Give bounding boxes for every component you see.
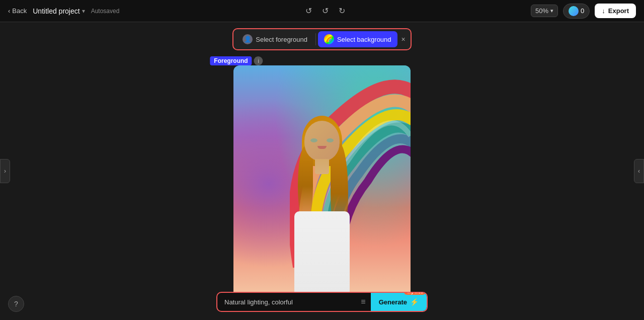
main-area: › 👤 Select foreground 🌈 Select backgroun…: [0, 22, 644, 320]
topbar-left: ‹ Back Untitled project ▾ Autosaved: [8, 7, 119, 15]
background-icon: 🌈: [324, 34, 334, 44]
prompt-bar: ≡ Try free Generate ⚡: [216, 292, 428, 312]
topbar: ‹ Back Untitled project ▾ Autosaved ↺ ↺ …: [0, 0, 644, 22]
redo-button[interactable]: ↻: [337, 4, 347, 18]
chevron-left-icon: ‹: [8, 7, 10, 15]
foreground-badge: Foreground: [210, 56, 252, 65]
back-button[interactable]: ‹ Back: [8, 7, 27, 15]
chevron-right-icon: ›: [4, 168, 6, 175]
back-label: Back: [12, 7, 27, 15]
floating-toolbar: 👤 Select foreground 🌈 Select background …: [232, 28, 412, 50]
generate-button-wrap: Try free Generate ⚡: [371, 293, 427, 311]
credits-icon: [569, 6, 579, 16]
generate-label: Generate: [379, 298, 407, 306]
chevron-down-icon: ▾: [82, 8, 85, 15]
export-button[interactable]: ↓ Export: [595, 4, 636, 18]
export-label: Export: [608, 7, 629, 15]
project-name[interactable]: Untitled project ▾: [33, 7, 85, 15]
autosaved-label: Autosaved: [91, 8, 120, 15]
foreground-label-area: Foreground i: [210, 56, 263, 65]
select-background-label: Select background: [337, 36, 391, 43]
image-canvas: [233, 65, 411, 302]
zoom-level: 50%: [535, 7, 548, 15]
select-foreground-label: Select foreground: [256, 36, 307, 43]
mouth: [317, 146, 327, 149]
download-icon: ↓: [602, 7, 605, 15]
prompt-options-button[interactable]: ≡: [356, 297, 370, 306]
toolbar-close-button[interactable]: ×: [399, 33, 408, 45]
help-button[interactable]: ?: [8, 296, 24, 312]
canvas-area: 👤 Select foreground 🌈 Select background …: [0, 22, 644, 320]
left-panel-toggle[interactable]: ›: [0, 159, 10, 183]
project-name-text: Untitled project: [33, 7, 79, 15]
canvas-background: [233, 65, 411, 302]
toolbar-divider: [315, 33, 316, 45]
chevron-down-icon: ▾: [550, 8, 553, 14]
select-foreground-tab[interactable]: 👤 Select foreground: [236, 31, 313, 47]
credits-badge[interactable]: 0: [563, 4, 590, 19]
woman-figure: [272, 111, 372, 302]
options-icon: ≡: [361, 297, 365, 306]
reset-button[interactable]: ↺: [303, 4, 314, 18]
woman-neck: [315, 159, 329, 174]
right-panel-toggle[interactable]: ‹: [634, 159, 644, 183]
foreground-icon: 👤: [243, 34, 253, 44]
zoom-control[interactable]: 50% ▾: [531, 5, 558, 17]
topbar-right: 50% ▾ 0 ↓ Export: [531, 4, 636, 19]
eye-right: [327, 138, 334, 142]
topbar-center: ↺ ↺ ↻: [303, 4, 347, 18]
woman-torso: [294, 211, 350, 302]
woman-head: [304, 121, 340, 161]
generate-icon: ⚡: [410, 298, 419, 306]
woman-body: [287, 121, 357, 302]
help-icon: ?: [14, 300, 18, 308]
foreground-info-button[interactable]: i: [254, 56, 263, 65]
try-free-badge: Try free: [404, 292, 426, 295]
undo-button[interactable]: ↺: [320, 4, 331, 18]
select-background-tab[interactable]: 🌈 Select background: [318, 31, 397, 47]
generate-button[interactable]: Generate ⚡: [371, 293, 427, 311]
credits-count: 0: [581, 7, 584, 15]
prompt-input[interactable]: [217, 293, 356, 311]
chevron-left-icon: ‹: [638, 168, 640, 175]
eye-left: [310, 138, 317, 142]
